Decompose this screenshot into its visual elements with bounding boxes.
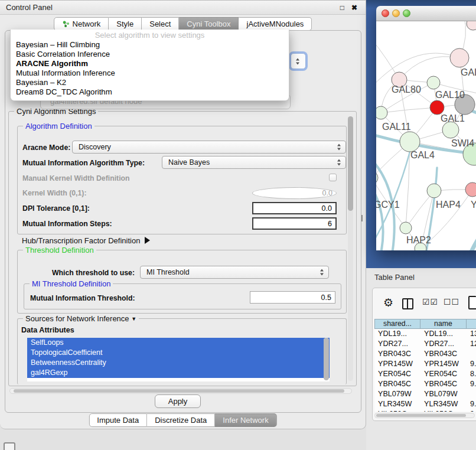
table-hscroll-thumb[interactable] xyxy=(376,414,466,417)
table-row[interactable]: YLR345WYLR345W9. xyxy=(374,399,476,409)
aracne-mode-combobox[interactable]: Discovery xyxy=(72,141,346,154)
dropdown-item-mutual-information-inference[interactable]: Mutual Information Inference xyxy=(11,69,289,78)
table-row[interactable]: YBR043CYBR043C xyxy=(374,349,476,359)
settings-horizontal-scrollbar[interactable] xyxy=(9,388,352,394)
dropdown-item-aracne-algorithm[interactable]: ARACNE Algorithm xyxy=(11,59,289,69)
dropdown-item-basic-correlation-inference[interactable]: Basic Correlation Inference xyxy=(11,50,289,59)
float-panel-icon[interactable]: □ xyxy=(340,3,344,12)
manual-kernel-label: Manual Kernel Width Definition xyxy=(22,174,130,182)
settings-hscroll-thumb[interactable] xyxy=(14,389,344,393)
network-node[interactable] xyxy=(400,222,412,234)
network-node[interactable] xyxy=(442,122,459,138)
minimized-panel-icon[interactable] xyxy=(4,442,15,450)
hub-tf-definition-toggle[interactable]: Hub/Transcription Factor Definition xyxy=(22,236,150,245)
hub-tf-definition-label: Hub/Transcription Factor Definition xyxy=(22,236,140,245)
which-threshold-combobox[interactable]: MI Threshold xyxy=(140,266,329,279)
deselect-all-columns-icon[interactable]: ☐☐ xyxy=(444,297,459,306)
table-row[interactable]: YDL19...YDL19...13 xyxy=(374,329,476,339)
attributes-scroll-thumb[interactable] xyxy=(324,338,329,380)
table-horizontal-scrollbar[interactable] xyxy=(374,413,475,418)
table-row[interactable]: YER054CYER054C8. xyxy=(374,369,476,379)
network-node[interactable] xyxy=(376,171,378,184)
table-cell: YPR145W xyxy=(420,359,467,369)
kernel-width-input[interactable] xyxy=(252,187,337,199)
network-node[interactable] xyxy=(427,184,441,198)
table-panel: ⚙ ☑☑ ☐☐ shared...nameA YDL19...YDL19...1… xyxy=(372,288,476,421)
tab-cyni-toolbox[interactable]: Cyni Toolbox xyxy=(179,17,239,31)
settings-vscroll-thumb[interactable] xyxy=(348,116,353,211)
table-row[interactable]: YPR145WYPR145W9. xyxy=(374,359,476,369)
manual-kernel-checkbox[interactable] xyxy=(329,174,337,181)
inference-algorithm-combo-cap[interactable] xyxy=(291,53,306,69)
columns-icon[interactable] xyxy=(402,298,413,309)
network-node[interactable] xyxy=(376,106,387,119)
dropdown-item-bayesian-hill-climbing[interactable]: Bayesian – Hill Climbing xyxy=(11,40,289,50)
settings-vertical-scrollbar[interactable] xyxy=(348,116,353,381)
node-label-gal11: GAL11 xyxy=(382,122,411,132)
collapse-arrow-icon[interactable]: ▼ xyxy=(131,316,136,322)
network-window-titlebar[interactable] xyxy=(376,6,476,21)
table-row[interactable]: YBL079WYBL079W xyxy=(374,389,476,399)
dropdown-placeholder: Select algorithm to view settings xyxy=(11,31,289,40)
table-cell xyxy=(467,389,476,399)
close-panel-icon[interactable]: ✖ xyxy=(351,3,357,12)
attribute-item-gal4rgexp[interactable]: gal4RGexp xyxy=(27,368,330,378)
network-icon xyxy=(62,20,70,28)
network-node[interactable] xyxy=(450,48,469,67)
mi-threshold-input[interactable] xyxy=(250,291,335,304)
network-edge[interactable] xyxy=(376,174,383,250)
dpi-tolerance-input[interactable] xyxy=(252,202,337,214)
splitter-grip[interactable] xyxy=(361,215,365,221)
column-header-shared[interactable]: shared... xyxy=(374,319,420,329)
dropdown-item-bayesian-k2[interactable]: Bayesian – K2 xyxy=(11,78,289,87)
select-all-columns-icon[interactable]: ☑☑ xyxy=(422,297,438,306)
network-edge[interactable] xyxy=(467,209,476,250)
attribute-item-selfloops[interactable]: SelfLoops xyxy=(27,338,330,348)
tab-network[interactable]: Network xyxy=(54,17,109,31)
table-cell: 8. xyxy=(467,369,476,379)
dropdown-item-dream8-dc-tdc-algorithm[interactable]: Dream8 DC_TDC Algorithm xyxy=(11,87,289,97)
attribute-item-topologicalcoefficient[interactable]: TopologicalCoefficient xyxy=(27,348,330,358)
table-cell: 12 xyxy=(467,339,476,349)
zoom-window-icon[interactable] xyxy=(403,9,410,17)
gear-icon[interactable]: ⚙ xyxy=(383,296,393,309)
control-panel: Control Panel □ ✖ NetworkStyleSelectCyni… xyxy=(0,0,366,429)
network-node[interactable] xyxy=(400,132,420,152)
tab-jactivemnodules[interactable]: jActiveMNodules xyxy=(239,17,312,31)
tab-infer-network[interactable]: Infer Network xyxy=(215,413,276,427)
column-header-name[interactable]: name xyxy=(420,319,467,329)
new-table-icon[interactable] xyxy=(468,296,476,309)
mi-steps-label: Mutual Information Steps: xyxy=(22,220,112,228)
minimize-window-icon[interactable] xyxy=(392,9,400,17)
node-label-gal10: GAL10 xyxy=(435,90,465,100)
algorithm-dropdown-popup: Select algorithm to view settings Bayesi… xyxy=(10,30,289,101)
table-cell: YBL079W xyxy=(374,389,420,399)
tab-label: Discretize Data xyxy=(155,416,207,425)
network-edge[interactable] xyxy=(381,107,437,113)
column-header-a[interactable]: A xyxy=(467,319,476,329)
tab-select[interactable]: Select xyxy=(142,17,179,31)
table-row[interactable]: YDR27...YDR27...12 xyxy=(374,339,476,349)
tab-label: Impute Data xyxy=(97,416,139,425)
tab-impute-data[interactable]: Impute Data xyxy=(89,413,147,427)
close-window-icon[interactable] xyxy=(382,9,389,17)
mi-type-value: Naive Bayes xyxy=(168,156,210,169)
cyni-bottom-tabs: Impute DataDiscretize DataInfer Network xyxy=(89,413,276,427)
tab-style[interactable]: Style xyxy=(109,17,142,31)
mi-algorithm-type-combobox[interactable]: Naive Bayes xyxy=(162,156,346,169)
table-row[interactable]: YIL052CYIL052C9. xyxy=(374,409,476,412)
network-node[interactable] xyxy=(465,182,476,197)
combo-stepper-icon xyxy=(337,159,341,166)
combo-stepper-icon xyxy=(337,144,341,151)
table-row[interactable]: YBR045CYBR045C9. xyxy=(374,379,476,389)
mi-steps-input[interactable] xyxy=(252,217,337,230)
network-node[interactable] xyxy=(430,100,444,115)
attributes-scrollbar[interactable] xyxy=(324,338,329,380)
network-node[interactable] xyxy=(427,76,440,89)
network-node[interactable] xyxy=(467,21,476,30)
apply-button[interactable]: Apply xyxy=(155,394,201,408)
attribute-item-betweennesscentrality[interactable]: BetweennessCentrality xyxy=(27,358,330,368)
network-canvas[interactable]: GAL80GAL10GALGAL1GAL11SWI4GAL4GCY1HAP4YH… xyxy=(376,21,476,250)
tab-discretize-data[interactable]: Discretize Data xyxy=(147,413,215,427)
table-cell: 13 xyxy=(467,329,476,339)
